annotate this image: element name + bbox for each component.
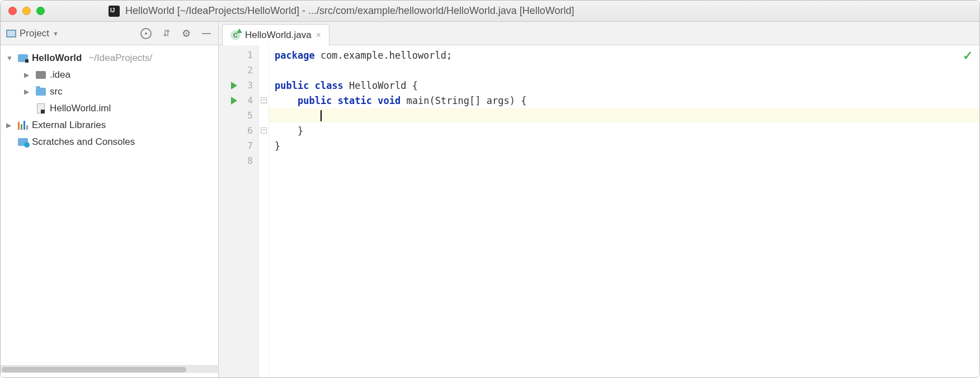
- project-tool-text: Project: [20, 28, 49, 39]
- fold-toggle-icon[interactable]: [261, 97, 267, 103]
- window-title: HelloWorld [~/IdeaProjects/HelloWorld] -…: [125, 5, 574, 17]
- code-line[interactable]: public static void main(String[] args) {: [269, 93, 979, 108]
- app-icon: [109, 6, 120, 17]
- code-line-active[interactable]: [269, 108, 979, 123]
- tree-root-path: ~/IdeaProjects/: [88, 53, 152, 64]
- code-line[interactable]: [269, 63, 979, 78]
- code-area[interactable]: package com.example.helloworld; public c…: [269, 45, 979, 377]
- fold-gutter[interactable]: [259, 45, 269, 377]
- code-line[interactable]: public class HelloWorld {: [269, 78, 979, 93]
- expand-arrow-icon[interactable]: [6, 54, 14, 62]
- tree-node-idea[interactable]: .idea: [1, 67, 218, 83]
- tree-root-label: HelloWorld: [32, 53, 82, 64]
- code-line[interactable]: }: [269, 138, 979, 153]
- project-icon: [6, 30, 16, 37]
- tree-node-label: External Libraries: [32, 120, 106, 131]
- tree-node-iml[interactable]: HelloWorld.iml: [1, 100, 218, 117]
- project-tool-label[interactable]: Project ▼: [6, 28, 59, 39]
- tree-node-external-libraries[interactable]: External Libraries: [1, 117, 218, 134]
- tab-helloworld[interactable]: C HelloWorld.java ×: [222, 24, 329, 45]
- scrollbar-thumb[interactable]: [2, 367, 186, 372]
- chevron-down-icon: ▼: [53, 30, 59, 37]
- line-number[interactable]: 2: [242, 65, 253, 75]
- java-file-icon: C: [230, 30, 241, 40]
- run-gutter-icon[interactable]: [231, 97, 237, 105]
- run-gutter-icon[interactable]: [231, 82, 237, 89]
- text-cursor: [321, 110, 322, 121]
- project-sidebar: HelloWorld ~/IdeaProjects/ .idea src Hel…: [1, 45, 219, 377]
- libraries-icon: [18, 121, 28, 130]
- select-opened-file-button[interactable]: [140, 27, 152, 40]
- project-tree[interactable]: HelloWorld ~/IdeaProjects/ .idea src Hel…: [1, 50, 218, 365]
- tree-root-helloworld[interactable]: HelloWorld ~/IdeaProjects/: [1, 50, 218, 67]
- expand-arrow-icon[interactable]: [24, 71, 32, 79]
- folder-icon: [36, 71, 46, 79]
- project-tool-header: Project ▼: [1, 22, 219, 45]
- titlebar: HelloWorld [~/IdeaProjects/HelloWorld] -…: [1, 1, 979, 22]
- line-number[interactable]: 3: [242, 80, 253, 91]
- minimize-window-button[interactable]: [22, 7, 31, 15]
- line-gutter[interactable]: 1 2 3 4 5 6 7 8: [219, 45, 259, 377]
- window-controls: [8, 7, 45, 15]
- line-number[interactable]: 4: [242, 95, 253, 106]
- line-number[interactable]: 5: [242, 110, 253, 121]
- expand-arrow-icon[interactable]: [24, 88, 32, 96]
- hide-tool-window-button[interactable]: [200, 27, 213, 40]
- tree-node-label: HelloWorld.iml: [50, 103, 111, 114]
- close-window-button[interactable]: [8, 7, 17, 15]
- fold-toggle-icon[interactable]: [261, 127, 267, 134]
- toolbar: Project ▼ C HelloWorld.java ×: [1, 22, 979, 45]
- tree-node-src[interactable]: src: [1, 83, 218, 100]
- code-editor[interactable]: ✓ 1 2 3 4 5 6 7 8 package com.example.he…: [219, 45, 979, 377]
- tree-node-scratches[interactable]: Scratches and Consoles: [1, 134, 218, 150]
- line-number[interactable]: 1: [242, 50, 253, 60]
- close-tab-button[interactable]: ×: [316, 30, 321, 40]
- tree-node-label: .idea: [50, 69, 70, 81]
- code-line[interactable]: }: [269, 123, 979, 138]
- module-folder-icon: [18, 54, 28, 62]
- tab-label: HelloWorld.java: [245, 30, 312, 41]
- tree-node-label: Scratches and Consoles: [32, 136, 135, 148]
- expand-arrow-icon[interactable]: [6, 121, 14, 129]
- settings-button[interactable]: [180, 27, 192, 40]
- line-number[interactable]: 6: [242, 125, 253, 136]
- code-line[interactable]: [269, 153, 979, 168]
- line-number[interactable]: 8: [242, 155, 253, 166]
- horizontal-scrollbar[interactable]: [1, 365, 218, 373]
- tree-node-label: src: [50, 86, 63, 97]
- source-folder-icon: [36, 88, 46, 96]
- line-number[interactable]: 7: [242, 140, 253, 151]
- iml-file-icon: [37, 103, 45, 114]
- main-area: HelloWorld ~/IdeaProjects/ .idea src Hel…: [1, 45, 979, 377]
- code-line[interactable]: package com.example.helloworld;: [269, 48, 979, 63]
- maximize-window-button[interactable]: [36, 7, 45, 15]
- scratches-icon: [18, 138, 28, 146]
- expand-collapse-button[interactable]: [160, 27, 172, 40]
- editor-tabs: C HelloWorld.java ×: [219, 22, 979, 45]
